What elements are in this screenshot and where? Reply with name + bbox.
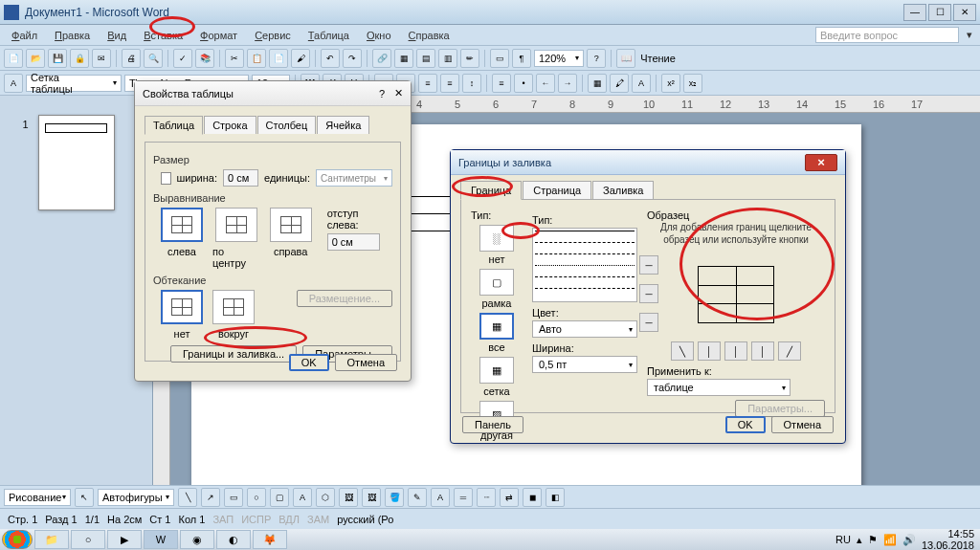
cut-icon[interactable]: ✂: [225, 49, 244, 68]
task-word[interactable]: W: [144, 530, 178, 549]
tray-lang[interactable]: RU: [835, 534, 851, 545]
img-icon[interactable]: 🖼: [362, 488, 381, 507]
dlg1-cancel-button[interactable]: Отмена: [335, 354, 397, 371]
edge-top-btn[interactable]: ─: [639, 255, 658, 275]
align-right[interactable]: справа: [270, 208, 312, 257]
style-listbox[interactable]: [532, 228, 637, 302]
task-cortana[interactable]: ○: [71, 530, 105, 549]
help-icon[interactable]: ?: [587, 49, 606, 68]
clipart-icon[interactable]: 🖼: [339, 488, 358, 507]
menu-insert[interactable]: Вставка: [136, 28, 190, 43]
start-button[interactable]: [2, 530, 33, 549]
zoom-combo[interactable]: 120%: [534, 50, 584, 67]
tray-time[interactable]: 14:55: [947, 528, 974, 539]
wordart-icon[interactable]: A: [293, 488, 312, 507]
draw-menu[interactable]: Рисование: [4, 489, 71, 506]
fontcolor-icon[interactable]: A: [632, 74, 651, 93]
undo-icon[interactable]: ↶: [321, 49, 340, 68]
styles-icon[interactable]: A: [4, 74, 23, 93]
edge-bot-btn[interactable]: ─: [639, 313, 658, 332]
menu-table[interactable]: Таблица: [301, 28, 357, 43]
setting-box[interactable]: ▢рамка: [471, 269, 523, 309]
print-icon[interactable]: 🖨: [122, 49, 141, 68]
arrow-icon[interactable]: ↗: [201, 488, 220, 507]
align-right-icon[interactable]: ≡: [418, 74, 437, 93]
select-icon[interactable]: ↖: [75, 488, 94, 507]
perms-icon[interactable]: 🔒: [70, 49, 89, 68]
link-icon[interactable]: 🔗: [372, 49, 391, 68]
outdent-icon[interactable]: ←: [536, 74, 555, 93]
tab-row[interactable]: Строка: [204, 116, 256, 134]
width-input[interactable]: 0 см: [223, 169, 258, 187]
close-button[interactable]: ✕: [953, 4, 976, 21]
tab-shading[interactable]: Заливка: [592, 181, 654, 199]
maximize-button[interactable]: ☐: [928, 4, 951, 21]
fill-icon[interactable]: 🪣: [385, 488, 404, 507]
panel-button[interactable]: Панель: [462, 416, 523, 433]
dlg1-help-icon[interactable]: ?: [379, 88, 385, 99]
mail-icon[interactable]: ✉: [92, 49, 111, 68]
tray-flag-icon[interactable]: ⚑: [868, 534, 878, 546]
linestyle-icon[interactable]: ═: [454, 488, 473, 507]
menu-view[interactable]: Вид: [100, 28, 134, 43]
dlg1-close-icon[interactable]: ✕: [394, 87, 403, 99]
tray-net-icon[interactable]: 📶: [883, 534, 897, 546]
align-justify-icon[interactable]: ≡: [440, 74, 459, 93]
linespace-icon[interactable]: ↕: [462, 74, 481, 93]
thumbnails-pane[interactable]: 1: [0, 96, 153, 508]
units-combo[interactable]: Сантиметры: [316, 169, 392, 187]
drawing-icon[interactable]: ✏: [460, 49, 479, 68]
fontcol-icon[interactable]: A: [431, 488, 450, 507]
menu-file[interactable]: Файл: [4, 28, 45, 43]
open-icon[interactable]: 📂: [26, 49, 45, 68]
task-player[interactable]: ◉: [180, 530, 214, 549]
diag2-btn[interactable]: ╱: [778, 341, 801, 361]
color-dropdown[interactable]: Авто: [532, 320, 637, 338]
wrap-none[interactable]: нет: [161, 290, 203, 340]
menu-edit[interactable]: Правка: [47, 28, 98, 43]
indent-icon[interactable]: →: [558, 74, 577, 93]
align-left[interactable]: слева: [161, 208, 203, 257]
tab-column[interactable]: Столбец: [257, 116, 317, 134]
wrap-around[interactable]: вокруг: [212, 290, 255, 340]
borders-button[interactable]: Границы и заливка...: [170, 345, 297, 363]
page-thumbnail[interactable]: [38, 115, 115, 210]
shadow-icon[interactable]: ◼: [523, 488, 542, 507]
spell-icon[interactable]: ✓: [173, 49, 192, 68]
dlg2-ok-button[interactable]: OK: [725, 416, 766, 433]
table-icon[interactable]: ▦: [394, 49, 413, 68]
borders-icon[interactable]: ▦: [588, 74, 607, 93]
menu-window[interactable]: Окно: [359, 28, 399, 43]
diagram-icon[interactable]: ⬡: [316, 488, 335, 507]
dash-icon[interactable]: ┈: [477, 488, 496, 507]
autoshapes-menu[interactable]: Автофигуры: [98, 489, 174, 506]
tab-table[interactable]: Таблица: [145, 116, 203, 135]
task-firefox[interactable]: 🦊: [253, 530, 287, 549]
menu-format[interactable]: Формат: [192, 28, 245, 43]
setting-all[interactable]: ▦все: [471, 313, 523, 353]
diag1-btn[interactable]: ╲: [671, 341, 694, 361]
textbox-icon[interactable]: ▢: [270, 488, 289, 507]
status-ovr[interactable]: ЗАМ: [307, 514, 329, 525]
copy-icon[interactable]: 📋: [247, 49, 266, 68]
new-icon[interactable]: 📄: [4, 49, 23, 68]
status-trk[interactable]: ИСПР: [241, 514, 271, 525]
columns-icon[interactable]: ▥: [438, 49, 457, 68]
tab-page[interactable]: Страница: [523, 181, 591, 199]
task-chrome[interactable]: ◐: [216, 530, 251, 549]
menu-dropdown[interactable]: ▾: [963, 29, 976, 41]
paste-icon[interactable]: 📄: [269, 49, 288, 68]
rect-icon[interactable]: ▭: [224, 488, 243, 507]
task-explorer[interactable]: 📁: [34, 530, 69, 549]
preview-box[interactable]: ─ ─ ─: [664, 252, 808, 338]
save-icon[interactable]: 💾: [48, 49, 67, 68]
status-rec[interactable]: ЗАП: [212, 514, 234, 525]
width-dropdown[interactable]: 0,5 пт: [532, 356, 637, 373]
read-icon[interactable]: 📖: [616, 49, 635, 68]
help-question-box[interactable]: Введите вопрос: [815, 27, 959, 43]
highlight-icon[interactable]: 🖍: [610, 74, 629, 93]
setting-grid[interactable]: ▦сетка: [471, 357, 523, 397]
edge-right-btn[interactable]: │: [751, 341, 774, 361]
docmap-icon[interactable]: ▭: [490, 49, 509, 68]
task-media[interactable]: ▶: [107, 530, 142, 549]
